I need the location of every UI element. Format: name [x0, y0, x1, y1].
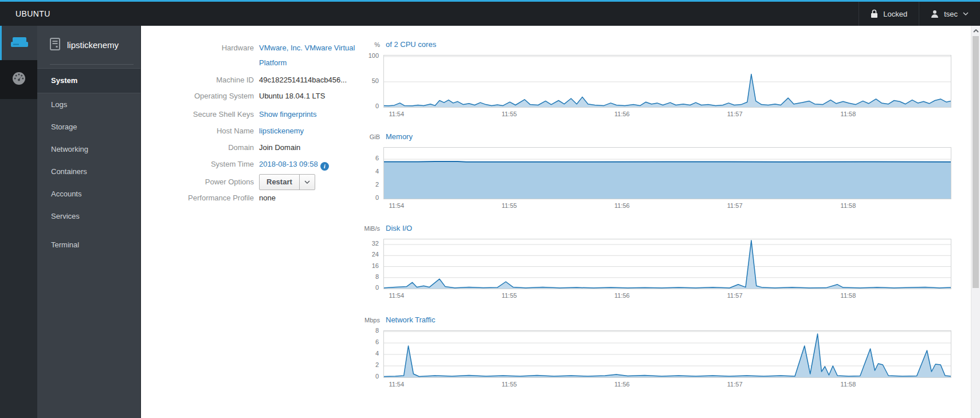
info-row-performance-profile: Performance Profile none [141, 194, 276, 203]
x-tick-label: 11:54 [379, 202, 414, 209]
vertical-scrollbar[interactable] [971, 26, 980, 418]
disk-io-chart-unit: MiB/s [343, 225, 380, 232]
os-value: Ubuntu 18.04.1 LTS [259, 92, 325, 101]
x-tick-label: 11:55 [492, 381, 527, 388]
disk-io-chart-plot [383, 239, 951, 289]
y-tick-label: 0 [343, 102, 379, 109]
y-tick-label: 8 [343, 273, 379, 280]
restart-button[interactable]: Restart [260, 175, 300, 190]
locked-label: Locked [883, 10, 907, 18]
network-chart-plot [383, 330, 951, 378]
domain-label: Domain [141, 143, 254, 152]
x-tick-label: 11:57 [718, 111, 752, 117]
user-menu-button[interactable]: tsec [919, 2, 980, 26]
sidebar-hostname: lipstickenemy [67, 40, 119, 50]
sidebar-item-services[interactable]: Services [37, 205, 140, 227]
hardware-label: Hardware [141, 44, 254, 53]
caret-down-icon [304, 180, 310, 184]
sidebar-item-terminal[interactable]: Terminal [37, 234, 140, 256]
y-tick-label: 100 [343, 52, 379, 59]
x-tick-label: 11:56 [605, 381, 639, 388]
scroll-up-icon [973, 29, 979, 33]
info-row-hardware: Hardware VMware, Inc. VMware Virtual Pla… [141, 44, 358, 70]
y-tick-label: 8 [343, 327, 379, 334]
dashboard-nav-button[interactable] [0, 60, 37, 99]
restart-split-button: Restart [259, 174, 315, 190]
scrollbar-thumb[interactable] [973, 36, 979, 288]
network-chart-title-link[interactable]: Network Traffic [386, 316, 435, 324]
host-name-link[interactable]: lipstickenemy [259, 127, 304, 135]
dashboard-gauge-icon [11, 71, 26, 88]
sidebar-item-storage[interactable]: Storage [37, 116, 140, 138]
x-tick-label: 11:56 [605, 202, 639, 209]
x-tick-label: 11:54 [379, 111, 414, 117]
host-server-icon [11, 36, 28, 50]
cpu-chart-plot [383, 55, 951, 108]
cpu-chart-title-link[interactable]: of 2 CPU cores [386, 40, 436, 49]
join-domain-link[interactable]: Join Domain [259, 143, 300, 152]
os-label: Operating System [141, 92, 254, 101]
y-tick-label: 0 [343, 373, 379, 380]
y-tick-label: 24 [343, 251, 379, 258]
x-tick-label: 11:54 [379, 381, 414, 388]
x-tick-label: 11:57 [718, 292, 752, 299]
y-tick-label: 6 [343, 155, 379, 161]
show-fingerprints-link[interactable]: Show fingerprints [259, 110, 316, 119]
x-tick-label: 11:58 [831, 111, 865, 117]
memory-chart-unit: GiB [343, 133, 380, 140]
top-navbar: UBUNTU Locked tsec [0, 0, 980, 26]
y-tick-label: 4 [343, 350, 379, 357]
x-tick-label: 11:54 [379, 292, 414, 299]
sidebar-nav: SystemLogsStorageNetworkingContainersAcc… [37, 68, 140, 256]
y-tick-label: 6 [343, 338, 379, 345]
app-icon-strip [0, 26, 37, 418]
x-tick-label: 11:58 [831, 292, 865, 299]
user-icon [931, 10, 939, 18]
system-page: Hardware VMware, Inc. VMware Virtual Pla… [141, 26, 971, 418]
locked-button[interactable]: Locked [859, 2, 919, 26]
x-tick-label: 11:56 [605, 292, 639, 299]
x-tick-label: 11:55 [492, 111, 527, 117]
x-tick-label: 11:58 [831, 381, 865, 388]
host-nav-button[interactable] [0, 26, 37, 60]
y-tick-label: 2 [343, 181, 379, 188]
system-time-label: System Time [141, 160, 254, 169]
sidebar-item-containers[interactable]: Containers [37, 160, 140, 183]
machine-id-label: Machine ID [141, 76, 254, 85]
sidebar-item-system[interactable]: System [37, 68, 140, 93]
y-tick-label: 50 [343, 77, 379, 84]
sidebar-item-networking[interactable]: Networking [37, 138, 140, 160]
machine-id-value: 49c1822514114bacb456... [259, 76, 347, 85]
y-tick-label: 2 [343, 361, 379, 368]
system-time-link[interactable]: 2018-08-13 09:58 [259, 160, 318, 168]
performance-profile-value: none [259, 194, 276, 203]
x-tick-label: 11:57 [718, 202, 752, 209]
network-chart-unit: Mbps [343, 317, 380, 324]
sidebar-host-header: lipstickenemy [37, 26, 140, 64]
restart-caret-button[interactable] [300, 175, 315, 190]
y-tick-label: 32 [343, 240, 379, 247]
performance-profile-label: Performance Profile [141, 194, 254, 203]
memory-chart-plot [383, 147, 951, 199]
info-row-power-options: Power Options Restart [141, 174, 315, 190]
info-icon[interactable]: i [320, 162, 329, 171]
info-row-domain: Domain Join Domain [141, 143, 300, 152]
scroll-up-button[interactable] [971, 26, 980, 36]
info-row-ssh-keys: Secure Shell Keys Show fingerprints [141, 110, 316, 119]
ssh-keys-label: Secure Shell Keys [141, 110, 254, 119]
brand-label: UBUNTU [15, 9, 50, 18]
info-row-host-name: Host Name lipstickenemy [141, 127, 304, 136]
memory-chart-title-link[interactable]: Memory [386, 132, 413, 141]
disk-io-chart-title-link[interactable]: Disk I/O [386, 224, 412, 232]
y-tick-label: 0 [343, 284, 379, 291]
host-name-label: Host Name [141, 127, 254, 136]
cpu-chart-unit: % [343, 41, 380, 48]
info-row-system-time: System Time 2018-08-13 09:58i [141, 160, 329, 171]
y-tick-label: 0 [343, 194, 379, 201]
sidebar: lipstickenemy SystemLogsStorageNetworkin… [37, 26, 141, 418]
x-tick-label: 11:57 [718, 381, 752, 388]
sidebar-item-logs[interactable]: Logs [37, 93, 140, 116]
sidebar-item-accounts[interactable]: Accounts [37, 183, 140, 205]
x-tick-label: 11:55 [492, 292, 527, 299]
y-tick-label: 16 [343, 262, 379, 269]
